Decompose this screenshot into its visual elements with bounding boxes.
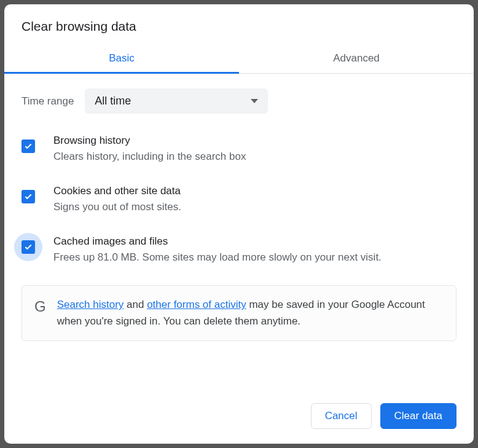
dialog-content: Time range All time Browsing history Cle… — [4, 74, 474, 403]
checkbox-browsing-history[interactable] — [22, 140, 35, 153]
option-desc: Frees up 81.0 MB. Some sites may load mo… — [53, 250, 456, 265]
checkbox-wrap — [14, 132, 42, 160]
clear-browsing-data-dialog: Clear browsing data Basic Advanced Time … — [4, 4, 474, 444]
option-text: Cached images and files Frees up 81.0 MB… — [53, 235, 456, 265]
checkmark-icon — [24, 192, 33, 201]
dialog-footer: Cancel Clear data — [4, 403, 474, 444]
time-range-row: Time range All time — [22, 88, 456, 114]
option-text: Cookies and other site data Signs you ou… — [53, 185, 456, 214]
option-title: Browsing history — [53, 135, 456, 147]
option-text: Browsing history Clears history, includi… — [53, 135, 456, 164]
tabs: Basic Advanced — [4, 45, 474, 74]
option-desc: Clears history, including in the search … — [53, 149, 456, 164]
tab-basic[interactable]: Basic — [4, 45, 239, 73]
option-cache: Cached images and files Frees up 81.0 MB… — [22, 235, 456, 265]
info-text: Search history and other forms of activi… — [57, 297, 444, 329]
google-logo-icon: G — [34, 298, 46, 315]
link-other-activity[interactable]: other forms of activity — [147, 299, 246, 310]
dropdown-icon — [251, 99, 258, 103]
time-range-select[interactable]: All time — [85, 88, 268, 114]
checkbox-wrap — [14, 183, 42, 211]
checkbox-wrap-focused — [14, 233, 42, 261]
tab-advanced[interactable]: Advanced — [239, 45, 474, 73]
option-title: Cached images and files — [53, 235, 456, 248]
option-desc: Signs you out of most sites. — [53, 200, 456, 214]
checkmark-icon — [24, 142, 33, 151]
option-title: Cookies and other site data — [53, 185, 456, 197]
checkbox-cookies[interactable] — [22, 190, 35, 203]
cancel-button[interactable]: Cancel — [311, 403, 372, 429]
option-cookies: Cookies and other site data Signs you ou… — [22, 185, 456, 214]
checkbox-cache[interactable] — [22, 240, 35, 254]
dialog-title: Clear browsing data — [4, 4, 474, 45]
checkmark-icon — [24, 243, 33, 251]
option-browsing-history: Browsing history Clears history, includi… — [22, 135, 456, 164]
clear-data-button[interactable]: Clear data — [380, 403, 456, 429]
link-search-history[interactable]: Search history — [57, 299, 124, 310]
google-account-info: G Search history and other forms of acti… — [22, 285, 456, 341]
info-text-mid: and — [123, 299, 147, 310]
time-range-label: Time range — [22, 95, 74, 108]
time-range-value: All time — [95, 95, 131, 108]
